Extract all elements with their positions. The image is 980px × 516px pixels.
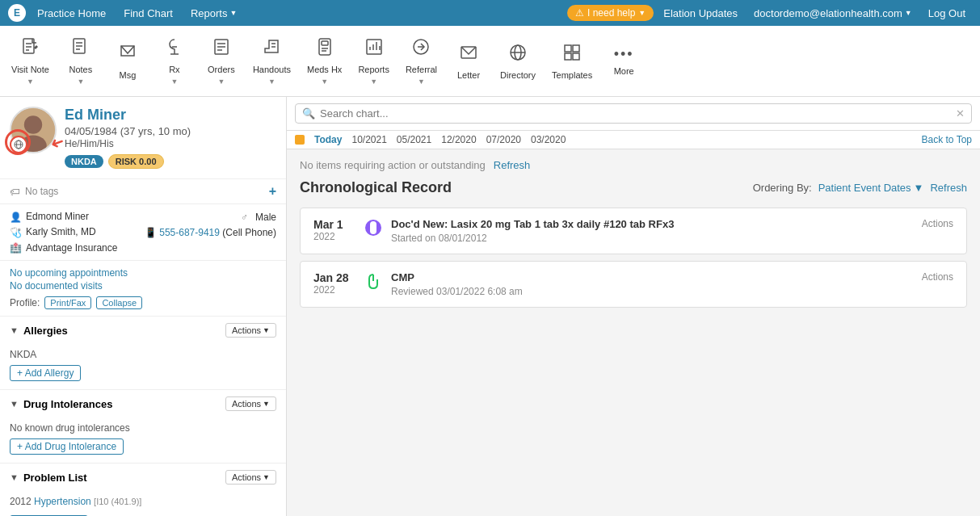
status-refresh-button[interactable]: Refresh xyxy=(494,159,531,171)
nav-logout[interactable]: Log Out xyxy=(922,4,972,23)
patient-gender: Male xyxy=(255,212,276,223)
patient-dob: 04/05/1984 (37 yrs, 10 mo) xyxy=(65,125,276,137)
tags-row: 🏷 No tags + xyxy=(0,179,286,204)
patient-doctor: Karly Smith, MD xyxy=(26,226,96,237)
timeline-date-4[interactable]: 07/2020 xyxy=(486,134,521,145)
upcoming-appointments[interactable]: No upcoming appointments xyxy=(10,267,276,279)
handouts-icon xyxy=(262,37,281,61)
entry-subtitle-0: Started on 08/01/2012 xyxy=(391,233,912,244)
chart-search-input[interactable] xyxy=(320,107,951,120)
toolbar-handouts[interactable]: Handouts ▼ xyxy=(245,26,299,96)
directory-icon xyxy=(508,43,528,67)
allergies-content: NKDA + Add Allergy xyxy=(0,344,286,389)
patient-name: Ed Miner xyxy=(65,107,276,124)
no-tags-label: No tags xyxy=(25,186,264,197)
help-dropdown-arrow: ▼ xyxy=(638,9,646,17)
search-clear-icon[interactable]: ✕ xyxy=(956,107,965,120)
problem-hypertension[interactable]: Hypertension xyxy=(34,496,91,507)
toolbar-rx[interactable]: Rx ▼ xyxy=(151,26,198,96)
record-entry-0: Mar 1 2022 Doc'd New: Lasix 20 mg Tab 1 … xyxy=(300,208,967,254)
templates-label: Templates xyxy=(552,70,592,80)
toolbar-letter[interactable]: Letter xyxy=(445,26,492,96)
rx-label: Rx xyxy=(169,65,179,74)
patient-details: 👤 Edmond Miner ♂ Male 🩺 Karly Smith, MD … xyxy=(0,204,286,261)
toolbar-msg[interactable]: Msg xyxy=(104,26,151,96)
drug-intolerances-actions-button[interactable]: Actions ▼ xyxy=(225,396,276,411)
collapse-button[interactable]: Collapse xyxy=(96,296,142,309)
help-button[interactable]: ⚠ I need help ▼ xyxy=(567,5,654,21)
entry-date-1: Jan 28 2022 xyxy=(313,271,355,296)
letter-icon xyxy=(459,43,478,67)
back-to-top-button[interactable]: Back to Top xyxy=(922,134,972,145)
allergies-title: Allergies xyxy=(23,325,225,337)
toolbar-directory[interactable]: Directory xyxy=(492,26,544,96)
timeline-indicator xyxy=(295,135,305,145)
problem-list-section: ▼ Problem List Actions ▼ 2012 Hypertensi… xyxy=(0,464,286,516)
nav-find-chart[interactable]: Find Chart xyxy=(117,4,179,23)
patient-header: ➜ Ed Miner 04/05/1984 (37 yrs, 10 mo) He… xyxy=(0,97,286,179)
entry-year-0: 2022 xyxy=(313,231,355,242)
nav-elation-updates[interactable]: Elation Updates xyxy=(657,4,744,23)
add-drug-intolerance-button[interactable]: + Add Drug Intolerance xyxy=(10,438,124,455)
insurance-icon: 🏥 xyxy=(10,242,21,254)
entry-body-1: CMP Reviewed 03/01/2022 6:08 am xyxy=(391,271,912,297)
gender-icon: ♂ xyxy=(241,212,252,223)
nav-practice-home[interactable]: Practice Home xyxy=(31,4,112,23)
toolbar-templates[interactable]: Templates xyxy=(544,26,600,96)
allergies-text: NKDA xyxy=(10,349,276,360)
add-allergy-button[interactable]: + Add Allergy xyxy=(10,365,81,381)
patient-phone: 555-687-9419 (Cell Phone) xyxy=(159,227,276,238)
risk-badge: RISK 0.00 xyxy=(108,154,164,169)
timeline-date-5[interactable]: 03/2020 xyxy=(531,134,566,145)
timeline-today[interactable]: Today xyxy=(314,134,342,145)
timeline-date-1[interactable]: 10/2021 xyxy=(351,134,386,145)
documented-visits[interactable]: No documented visits xyxy=(10,280,276,292)
print-fax-button[interactable]: Print/Fax xyxy=(44,296,91,309)
record-entry-1: Jan 28 2022 CMP Reviewed 03/01/2022 6:08… xyxy=(300,261,967,308)
problem-list-header[interactable]: ▼ Problem List Actions ▼ xyxy=(0,464,286,491)
person-icon: 👤 xyxy=(10,212,21,223)
notes-label: Notes xyxy=(69,65,93,74)
profile-row: Profile: Print/Fax Collapse xyxy=(10,296,276,309)
toolbar-reports[interactable]: Reports ▼ xyxy=(350,26,397,96)
visit-note-label: Visit Note xyxy=(11,65,49,74)
entry-title-1: CMP xyxy=(391,271,912,283)
ordering-value[interactable]: Patient Event Dates ▼ xyxy=(818,182,924,194)
avatar-globe-badge[interactable] xyxy=(10,136,27,153)
drug-intolerances-toggle: ▼ xyxy=(10,399,19,409)
timeline-date-2[interactable]: 05/2021 xyxy=(397,134,431,145)
nav-user-menu[interactable]: doctordemo@elationhealth.com ▼ xyxy=(747,4,919,23)
search-bar-row: 🔍 ✕ xyxy=(287,97,980,131)
problem-list-actions-button[interactable]: Actions ▼ xyxy=(225,470,276,485)
allergies-actions-button[interactable]: Actions ▼ xyxy=(225,323,276,338)
meds-hx-label: Meds Hx xyxy=(307,65,342,74)
ordering-dropdown-arrow: ▼ xyxy=(914,182,924,194)
drug-intolerances-header[interactable]: ▼ Drug Intolerances Actions ▼ xyxy=(0,390,286,417)
entry-actions-1[interactable]: Actions xyxy=(922,271,953,283)
referral-arrow: ▼ xyxy=(418,78,425,86)
drug-intolerances-content: No known drug intolerances + Add Drug In… xyxy=(0,417,286,463)
add-tag-button[interactable]: + xyxy=(269,184,276,199)
warning-icon: ⚠ xyxy=(575,7,584,19)
notes-icon xyxy=(71,37,90,61)
toolbar-orders[interactable]: Orders ▼ xyxy=(198,26,245,96)
toolbar-visit-note[interactable]: Visit Note ▼ xyxy=(3,26,57,96)
msg-label: Msg xyxy=(119,70,136,80)
toolbar-referral[interactable]: Referral ▼ xyxy=(397,26,445,96)
timeline-date-3[interactable]: 12/2020 xyxy=(441,134,476,145)
nav-reports[interactable]: Reports ▼ xyxy=(184,4,243,23)
referral-icon xyxy=(411,37,431,61)
toolbar-more[interactable]: ••• More xyxy=(600,26,647,96)
svg-rect-33 xyxy=(573,53,579,60)
record-refresh-button[interactable]: Refresh xyxy=(930,182,967,194)
entry-actions-0[interactable]: Actions xyxy=(922,218,953,229)
drug-actions-arrow: ▼ xyxy=(263,400,270,408)
directory-label: Directory xyxy=(500,70,536,80)
handouts-arrow: ▼ xyxy=(268,78,275,86)
app-logo[interactable]: E xyxy=(8,4,26,22)
avatar-container xyxy=(10,107,57,153)
search-icon: 🔍 xyxy=(302,107,315,120)
toolbar-meds-hx[interactable]: Meds Hx ▼ xyxy=(299,26,350,96)
allergies-header[interactable]: ▼ Allergies Actions ▼ xyxy=(0,317,286,344)
toolbar-notes[interactable]: Notes ▼ xyxy=(57,26,104,96)
